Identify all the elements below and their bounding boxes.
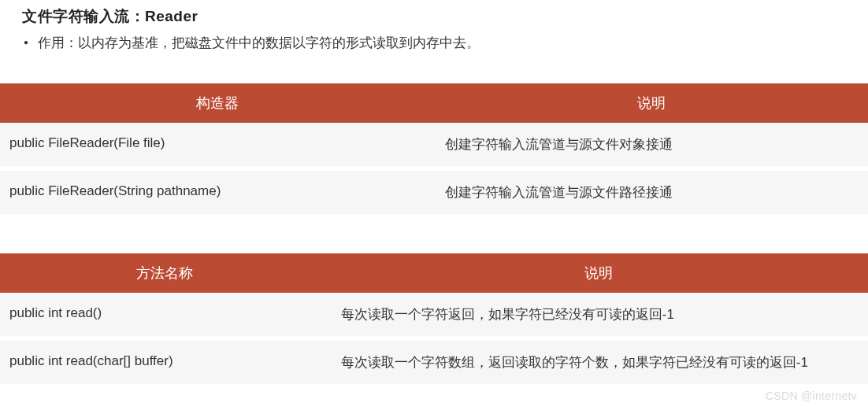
table-header-row: 方法名称 说明 [0, 253, 868, 293]
cell-description: 创建字符输入流管道与源文件对象接通 [434, 123, 868, 166]
table-row: public FileReader(String pathname) 创建字符输… [0, 171, 868, 219]
table-header-row: 构造器 说明 [0, 83, 868, 123]
table-row: public FileReader(File file) 创建字符输入流管道与源… [0, 123, 868, 171]
cell-description: 每次读取一个字符返回，如果字符已经没有可读的返回-1 [330, 293, 868, 336]
table-header-constructor: 构造器 [0, 83, 434, 123]
table-row: public int read() 每次读取一个字符返回，如果字符已经没有可读的… [0, 293, 868, 341]
cell-description: 每次读取一个字符数组，返回读取的字符个数，如果字符已经没有可读的返回-1 [330, 341, 868, 384]
table-header-method: 方法名称 [0, 253, 330, 293]
method-table: 方法名称 说明 public int read() 每次读取一个字符返回，如果字… [0, 253, 868, 389]
document-container: 文件字符输入流：Reader ● 作用：以内存为基准，把磁盘文件中的数据以字符的… [0, 0, 868, 389]
table-header-description: 说明 [434, 83, 868, 123]
cell-description: 创建字符输入流管道与源文件路径接通 [434, 171, 868, 214]
cell-constructor: public FileReader(File file) [0, 123, 434, 166]
cell-method: public int read(char[] buffer) [0, 341, 330, 384]
bullet-desc: 以内存为基准，把磁盘文件中的数据以字符的形式读取到内存中去。 [78, 35, 480, 50]
bullet-text: 作用：以内存为基准，把磁盘文件中的数据以字符的形式读取到内存中去。 [38, 33, 480, 52]
table-header-description: 说明 [330, 253, 868, 293]
table-row: public int read(char[] buffer) 每次读取一个字符数… [0, 341, 868, 389]
page-title: 文件字符输入流：Reader [0, 6, 868, 27]
bullet-label: 作用： [38, 35, 78, 50]
cell-constructor: public FileReader(String pathname) [0, 171, 434, 214]
bullet-dot-icon: ● [24, 33, 28, 52]
constructor-table: 构造器 说明 public FileReader(File file) 创建字符… [0, 83, 868, 219]
bullet-item: ● 作用：以内存为基准，把磁盘文件中的数据以字符的形式读取到内存中去。 [0, 31, 868, 61]
cell-method: public int read() [0, 293, 330, 336]
